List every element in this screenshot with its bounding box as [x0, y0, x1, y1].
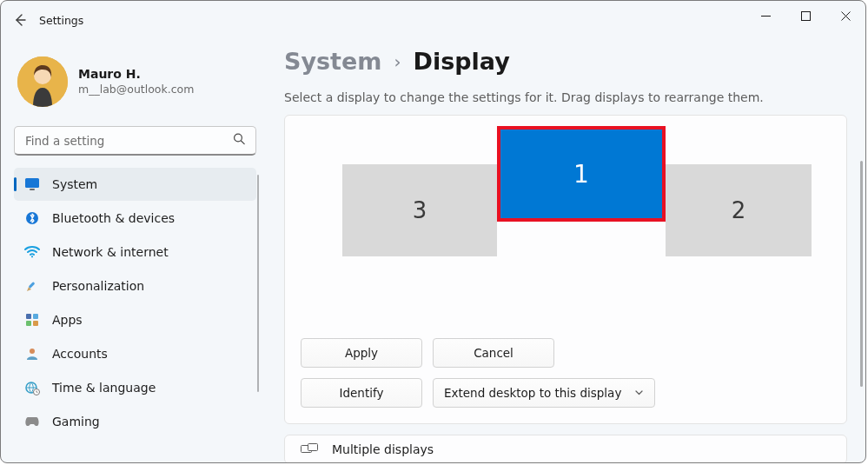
person-icon — [24, 346, 40, 362]
display-arrangement-area[interactable]: 3 1 2 — [301, 128, 831, 326]
profile-email: m__lab@outlook.com — [78, 83, 194, 96]
sidebar-item-label: Bluetooth & devices — [52, 211, 175, 225]
svg-rect-10 — [33, 314, 38, 319]
main-scrollbar[interactable] — [860, 161, 863, 387]
identify-button[interactable]: Identify — [301, 378, 422, 408]
chevron-right-icon: › — [394, 51, 401, 72]
display-tile-1[interactable]: 1 — [499, 128, 664, 220]
sidebar-item-label: System — [52, 177, 97, 191]
sidebar-item-label: Personalization — [52, 279, 144, 293]
multiple-displays-title: Multiple displays — [332, 442, 434, 456]
apply-button[interactable]: Apply — [301, 338, 422, 368]
bluetooth-icon — [24, 210, 40, 226]
maximize-icon — [801, 11, 811, 21]
avatar — [17, 56, 68, 107]
svg-rect-12 — [33, 321, 38, 326]
instruction-text: Select a display to change the settings … — [284, 90, 865, 104]
svg-rect-4 — [25, 178, 39, 188]
displays-icon — [301, 443, 318, 455]
gamepad-icon — [24, 414, 40, 429]
sidebar-item-bluetooth[interactable]: Bluetooth & devices — [14, 202, 256, 235]
svg-rect-9 — [26, 314, 31, 319]
back-button[interactable] — [1, 1, 39, 39]
svg-rect-8 — [29, 282, 36, 289]
cancel-button[interactable]: Cancel — [433, 338, 554, 368]
svg-point-13 — [30, 349, 35, 354]
back-arrow-icon — [13, 13, 27, 27]
display-number-label: 2 — [732, 197, 746, 223]
window-minimize-button[interactable] — [745, 1, 785, 30]
sidebar-item-label: Apps — [52, 313, 83, 327]
sidebar-item-time[interactable]: Time & language — [14, 371, 256, 404]
close-icon — [841, 11, 851, 21]
wifi-icon — [24, 244, 40, 260]
sidebar-item-label: Network & internet — [52, 245, 169, 259]
sidebar-item-system[interactable]: System — [14, 168, 256, 201]
sidebar-item-apps[interactable]: Apps — [14, 303, 256, 336]
window-maximize-button[interactable] — [785, 1, 825, 30]
monitor-icon — [24, 176, 40, 192]
paintbrush-icon — [24, 278, 40, 294]
display-tile-3[interactable]: 3 — [342, 164, 497, 256]
display-arrangement-panel: 3 1 2 Apply Cancel Identify Extend deskt… — [284, 115, 847, 424]
multiple-displays-card[interactable]: Multiple displays — [284, 435, 847, 462]
profile-block[interactable]: Mauro H. m__lab@outlook.com — [10, 53, 260, 123]
sidebar-scrollbar[interactable] — [257, 175, 259, 392]
display-mode-dropdown[interactable]: Extend desktop to this display — [433, 378, 655, 408]
sidebar-item-label: Gaming — [52, 415, 100, 428]
page-title: Display — [413, 48, 509, 75]
sidebar-item-label: Time & language — [52, 381, 156, 395]
apps-icon — [24, 312, 40, 328]
svg-rect-5 — [30, 189, 35, 190]
search-icon — [233, 133, 246, 149]
sidebar-item-personalization[interactable]: Personalization — [14, 269, 256, 302]
chevron-down-icon — [634, 386, 644, 400]
app-title: Settings — [39, 14, 83, 27]
display-number-label: 3 — [413, 197, 427, 223]
window-close-button[interactable] — [825, 1, 865, 30]
svg-rect-11 — [26, 321, 31, 326]
svg-point-7 — [31, 256, 33, 257]
sidebar-item-network[interactable]: Network & internet — [14, 236, 256, 269]
svg-rect-0 — [801, 11, 810, 20]
display-tile-2[interactable]: 2 — [666, 164, 812, 256]
svg-rect-17 — [308, 444, 318, 451]
sidebar-item-label: Accounts — [52, 347, 108, 361]
breadcrumb-parent[interactable]: System — [284, 48, 381, 75]
sidebar-item-accounts[interactable]: Accounts — [14, 337, 256, 370]
breadcrumb: System › Display — [284, 48, 865, 75]
sidebar-item-gaming[interactable]: Gaming — [14, 405, 256, 438]
display-mode-label: Extend desktop to this display — [444, 386, 621, 400]
display-number-label: 1 — [573, 160, 589, 189]
search-input[interactable] — [14, 126, 256, 156]
minimize-icon — [761, 11, 771, 21]
globe-clock-icon — [24, 380, 40, 395]
profile-name: Mauro H. — [78, 67, 194, 83]
